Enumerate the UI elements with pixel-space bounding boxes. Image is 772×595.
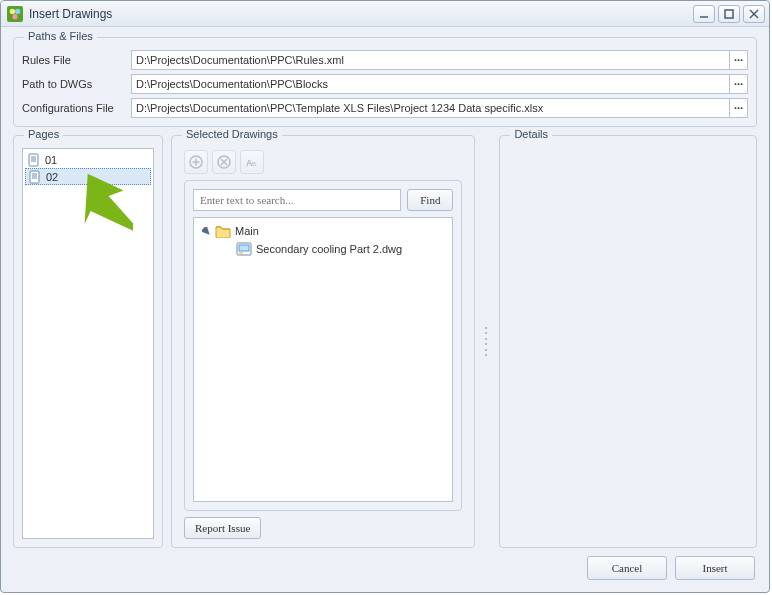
- tree-node-file[interactable]: Secondary cooling Part 2.dwg: [198, 240, 448, 258]
- configurations-file-input[interactable]: [132, 102, 729, 114]
- cancel-button[interactable]: Cancel: [587, 556, 667, 580]
- page-item[interactable]: 01: [23, 151, 153, 168]
- insert-button[interactable]: Insert: [675, 556, 755, 580]
- page-item-label: 02: [46, 171, 58, 183]
- svg-rect-11: [30, 171, 39, 183]
- folder-icon: [215, 224, 231, 238]
- report-issue-button[interactable]: Report Issue: [184, 517, 261, 539]
- drawings-tree[interactable]: Main Secondary cooling Part 2.dwg: [193, 217, 453, 502]
- paths-legend: Paths & Files: [24, 30, 97, 42]
- search-input[interactable]: [193, 189, 401, 211]
- splitter[interactable]: [483, 135, 491, 548]
- page-item-label: 01: [45, 154, 57, 166]
- path-to-dwgs-field: ···: [131, 74, 748, 94]
- minimize-button[interactable]: [693, 5, 715, 23]
- rules-file-field: ···: [131, 50, 748, 70]
- pages-list[interactable]: 01 02: [22, 148, 154, 539]
- details-group: Details: [499, 135, 757, 548]
- path-to-dwgs-label: Path to DWGs: [22, 78, 127, 90]
- rules-file-label: Rules File: [22, 54, 127, 66]
- configurations-file-field: ···: [131, 98, 748, 118]
- remove-button[interactable]: [212, 150, 236, 174]
- titlebar: Insert Drawings: [1, 1, 769, 27]
- configurations-file-browse-button[interactable]: ···: [729, 99, 747, 117]
- text-settings-button[interactable]: AB: [240, 150, 264, 174]
- paths-group: Paths & Files Rules File ··· Path to DWG…: [13, 37, 757, 127]
- svg-rect-7: [29, 154, 38, 166]
- svg-point-1: [15, 8, 20, 13]
- app-icon: [7, 6, 23, 22]
- path-to-dwgs-browse-button[interactable]: ···: [729, 75, 747, 93]
- tree-node-label: Main: [235, 225, 259, 237]
- rules-file-browse-button[interactable]: ···: [729, 51, 747, 69]
- svg-text:B: B: [252, 161, 256, 167]
- pages-group: Pages 01: [13, 135, 163, 548]
- expander-icon[interactable]: [202, 227, 211, 236]
- find-button[interactable]: Find: [407, 189, 453, 211]
- page-icon: [27, 153, 41, 167]
- page-item[interactable]: 02: [25, 168, 151, 185]
- svg-point-0: [10, 8, 15, 13]
- page-icon: [28, 170, 42, 184]
- dialog-footer: Cancel Insert: [13, 556, 757, 582]
- close-button[interactable]: [743, 5, 765, 23]
- dwg-file-icon: [236, 242, 252, 256]
- path-to-dwgs-input[interactable]: [132, 78, 729, 90]
- tree-node-label: Secondary cooling Part 2.dwg: [256, 243, 402, 255]
- window-title: Insert Drawings: [29, 7, 690, 21]
- selected-drawings-group: Selected Drawings AB: [171, 135, 475, 548]
- configurations-file-label: Configurations File: [22, 102, 127, 114]
- svg-marker-24: [202, 227, 211, 236]
- pages-legend: Pages: [24, 128, 63, 140]
- tree-node-root[interactable]: Main: [198, 222, 448, 240]
- svg-rect-26: [239, 245, 249, 251]
- details-legend: Details: [510, 128, 552, 140]
- svg-rect-27: [239, 252, 243, 254]
- maximize-button[interactable]: [718, 5, 740, 23]
- add-button[interactable]: [184, 150, 208, 174]
- details-body: [500, 136, 756, 547]
- rules-file-input[interactable]: [132, 54, 729, 66]
- insert-drawings-dialog: Insert Drawings Paths & Files Rules File…: [0, 0, 770, 593]
- selected-toolbar: AB: [180, 148, 466, 180]
- selected-drawings-legend: Selected Drawings: [182, 128, 282, 140]
- svg-point-2: [12, 14, 17, 19]
- svg-rect-4: [725, 10, 733, 18]
- search-panel: Find Main: [184, 180, 462, 511]
